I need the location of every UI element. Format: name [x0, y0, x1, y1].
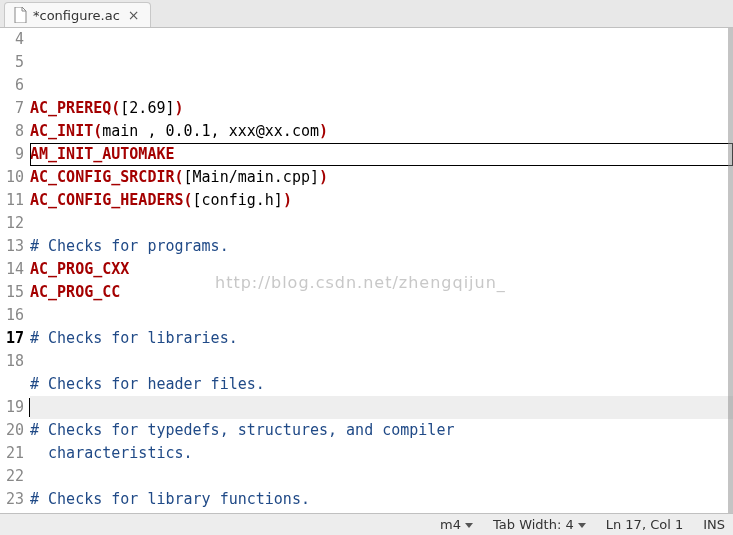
file-icon — [13, 7, 27, 23]
code-line[interactable]: AC_CONFIG_HEADERS([config.h]) — [30, 189, 733, 212]
line-number: 19 — [0, 396, 24, 419]
line-number: 17 — [0, 327, 24, 350]
code-line[interactable]: # Checks for header files. — [30, 373, 733, 396]
keyword: AC_INIT — [30, 122, 93, 140]
line-number: 15 — [0, 281, 24, 304]
line-number: 7 — [0, 97, 24, 120]
code-text: [config.h] — [193, 191, 283, 209]
tab-filename: *configure.ac — [33, 8, 120, 23]
code-content[interactable]: http://blog.csdn.net/zhengqijun_ AC_PRER… — [30, 28, 733, 513]
keyword: AC_CONFIG_HEADERS — [30, 191, 184, 209]
line-number: 10 — [0, 166, 24, 189]
tab-configure-ac[interactable]: *configure.ac × — [4, 2, 151, 27]
code-line[interactable]: AC_INIT(main , 0.0.1, xxx@xx.com) — [30, 120, 733, 143]
editor-area[interactable]: 4567891011121314151617181920212223 http:… — [0, 28, 733, 513]
open-paren: ( — [93, 122, 102, 140]
tab-bar: *configure.ac × — [0, 0, 733, 28]
code-line[interactable] — [30, 465, 733, 488]
insert-mode: INS — [703, 517, 725, 532]
code-line[interactable]: # Checks for programs. — [30, 235, 733, 258]
code-line[interactable]: # Checks for library functions. — [30, 488, 733, 511]
line-number: 14 — [0, 258, 24, 281]
code-line[interactable]: AM_INIT_AUTOMAKE — [30, 143, 733, 166]
line-number: 5 — [0, 51, 24, 74]
line-number: 13 — [0, 235, 24, 258]
line-number: 21 — [0, 442, 24, 465]
comment: # Checks for header files. — [30, 375, 265, 393]
keyword: AC_PROG_CXX — [30, 260, 129, 278]
filetype-indicator[interactable]: m4 — [440, 517, 473, 532]
cursor-position: Ln 17, Col 1 — [606, 517, 683, 532]
code-text: main , 0.0.1, xxx@xx.com — [102, 122, 319, 140]
code-line[interactable]: AC_PROG_CXX — [30, 258, 733, 281]
code-line[interactable]: AC_CONFIG_SRCDIR([Main/main.cpp]) — [30, 166, 733, 189]
tab-close-button[interactable]: × — [126, 7, 142, 23]
open-paren: ( — [175, 168, 184, 186]
code-line[interactable]: AC_PREREQ([2.69]) — [30, 97, 733, 120]
comment: # Checks for typedefs, structures, and c… — [30, 421, 454, 462]
comment: # Checks for programs. — [30, 237, 229, 255]
line-number: 22 — [0, 465, 24, 488]
open-paren: ( — [184, 191, 193, 209]
code-line[interactable]: # Checks for typedefs, structures, and c… — [30, 419, 733, 465]
status-bar: m4 Tab Width: 4 Ln 17, Col 1 INS — [0, 513, 733, 535]
tab-width-indicator[interactable]: Tab Width: 4 — [493, 517, 586, 532]
comment: # Checks for library functions. — [30, 490, 310, 508]
code-line[interactable] — [30, 511, 733, 513]
comment: # Checks for libraries. — [30, 329, 238, 347]
line-number: 23 — [0, 488, 24, 511]
keyword: AM_INIT_AUTOMAKE — [30, 145, 175, 163]
code-line[interactable]: AC_PROG_CC — [30, 281, 733, 304]
line-number: 18 — [0, 350, 24, 396]
keyword: AC_CONFIG_SRCDIR — [30, 168, 175, 186]
line-number: 20 — [0, 419, 24, 442]
line-number: 6 — [0, 74, 24, 97]
code-text: [2.69] — [120, 99, 174, 117]
text-cursor — [29, 398, 30, 417]
code-line[interactable]: # Checks for libraries. — [30, 327, 733, 350]
close-paren: ) — [283, 191, 292, 209]
open-paren: ( — [111, 99, 120, 117]
keyword: AC_PREREQ — [30, 99, 111, 117]
line-number: 16 — [0, 304, 24, 327]
code-text: [Main/main.cpp] — [184, 168, 319, 186]
line-number: 12 — [0, 212, 24, 235]
close-paren: ) — [319, 168, 328, 186]
line-number: 8 — [0, 120, 24, 143]
line-number: 9 — [0, 143, 24, 166]
vertical-scrollbar[interactable] — [728, 28, 733, 513]
keyword: AC_PROG_CC — [30, 283, 120, 301]
code-line[interactable] — [30, 304, 733, 327]
line-number-gutter: 4567891011121314151617181920212223 — [0, 28, 30, 513]
code-line[interactable] — [30, 396, 733, 419]
close-paren: ) — [175, 99, 184, 117]
line-number: 4 — [0, 28, 24, 51]
close-paren: ) — [319, 122, 328, 140]
code-line[interactable] — [30, 212, 733, 235]
code-line[interactable] — [30, 350, 733, 373]
line-number: 11 — [0, 189, 24, 212]
